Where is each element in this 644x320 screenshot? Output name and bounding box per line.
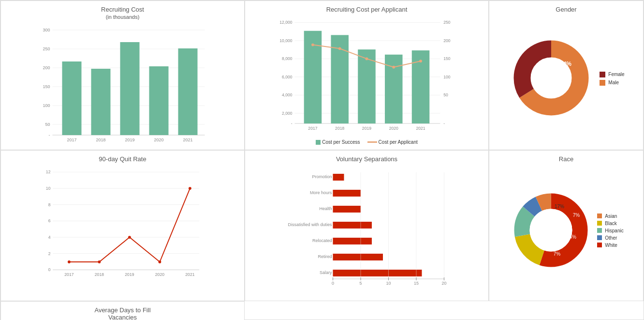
svg-text:150: 150 — [43, 84, 50, 89]
svg-point-50 — [338, 47, 341, 50]
recruiting-cost-title: Recruiting Cost(in thousands) — [6, 6, 239, 20]
svg-text:15: 15 — [414, 281, 419, 286]
svg-rect-91 — [333, 190, 361, 197]
male-dot — [600, 80, 605, 86]
svg-text:2017: 2017 — [67, 137, 76, 142]
svg-rect-101 — [333, 270, 422, 276]
gender-title: Gender — [494, 6, 638, 13]
svg-text:2017: 2017 — [308, 126, 317, 131]
svg-text:10: 10 — [46, 186, 51, 191]
male-label: Male — [608, 80, 619, 85]
svg-rect-89 — [333, 174, 344, 181]
svg-text:7%: 7% — [554, 251, 561, 257]
svg-point-51 — [366, 58, 368, 61]
black-dot — [597, 221, 602, 226]
hispanic-dot — [597, 228, 602, 233]
svg-text:Promotion: Promotion — [312, 174, 332, 179]
svg-text:12: 12 — [46, 169, 51, 174]
legend-hispanic: Hispanic — [597, 228, 623, 233]
voluntary-separations-panel: Voluntary Separations Promotion More hou… — [245, 150, 489, 301]
svg-rect-97 — [333, 238, 372, 244]
svg-text:20: 20 — [441, 281, 446, 286]
legend-dot-success — [316, 140, 321, 145]
svg-text:250: 250 — [443, 20, 451, 25]
svg-text:6: 6 — [48, 218, 51, 223]
gender-panel: Gender 66% 34% Fem — [489, 0, 644, 150]
hispanic-label: Hispanic — [605, 228, 623, 233]
cost-per-applicant-legend: Cost per Success Cost per Applicant — [250, 139, 483, 145]
legend-black: Black — [597, 221, 623, 226]
svg-text:More hours: More hours — [310, 190, 332, 195]
legend-label-applicant: Cost per Applicant — [379, 139, 418, 145]
svg-text:200: 200 — [43, 65, 50, 70]
race-title: Race — [494, 155, 638, 163]
svg-text:2018: 2018 — [95, 272, 104, 277]
svg-text:2019: 2019 — [125, 272, 134, 277]
svg-text:2019: 2019 — [362, 126, 371, 131]
white-dot — [597, 243, 602, 247]
svg-text:100: 100 — [43, 103, 50, 108]
svg-point-81 — [159, 260, 161, 263]
svg-text:6,000: 6,000 — [282, 75, 293, 79]
svg-text:200: 200 — [443, 38, 451, 43]
recruiting-cost-panel: Recruiting Cost(in thousands) 300 250 20… — [0, 0, 245, 150]
race-legend: Asian Black Hispanic Other White — [597, 213, 623, 248]
recruiting-cost-chart: 300 250 200 150 100 50 - — [6, 23, 239, 145]
svg-text:150: 150 — [443, 56, 451, 61]
svg-text:-: - — [291, 121, 293, 126]
svg-text:8: 8 — [48, 202, 51, 207]
cost-per-applicant-title: Recruiting Cost per Applicant — [250, 6, 483, 13]
svg-text:4,000: 4,000 — [282, 92, 293, 97]
svg-point-49 — [311, 44, 314, 46]
svg-point-78 — [68, 260, 71, 263]
svg-text:50: 50 — [443, 92, 448, 97]
svg-text:Relocated: Relocated — [312, 238, 332, 243]
legend-label-success: Cost per Success — [322, 139, 360, 145]
svg-text:12,000: 12,000 — [279, 20, 293, 25]
svg-text:-: - — [49, 133, 50, 137]
svg-text:300: 300 — [43, 28, 50, 32]
quit-rate-title: 90-day Quit Rate — [6, 155, 239, 163]
voluntary-separations-chart: Promotion More hours Health Dissatisfied… — [250, 165, 483, 292]
gender-legend: Female Male — [600, 72, 624, 86]
svg-text:250: 250 — [43, 46, 50, 51]
quit-rate-chart: 12 10 8 6 4 2 0 — [6, 165, 239, 287]
svg-rect-16 — [120, 42, 140, 135]
voluntary-separations-title: Voluntary Separations — [250, 155, 483, 163]
svg-point-80 — [128, 236, 131, 239]
svg-text:2020: 2020 — [389, 126, 398, 131]
svg-text:2020: 2020 — [155, 272, 164, 277]
legend-female: Female — [600, 72, 624, 77]
asian-dot — [597, 213, 602, 218]
svg-text:2: 2 — [48, 251, 51, 256]
svg-text:5: 5 — [359, 281, 362, 286]
cost-per-applicant-chart: 12,000 10,000 8,000 6,000 4,000 2,000 - … — [250, 15, 483, 145]
svg-text:50: 50 — [45, 122, 50, 127]
svg-text:55%: 55% — [530, 230, 541, 236]
female-label: Female — [608, 72, 624, 77]
svg-text:-: - — [443, 121, 445, 126]
svg-point-79 — [98, 260, 101, 263]
svg-text:2018: 2018 — [335, 126, 344, 131]
black-label: Black — [605, 221, 616, 226]
svg-text:2021: 2021 — [416, 126, 425, 131]
svg-text:7%: 7% — [573, 213, 580, 218]
other-label: Other — [605, 235, 617, 241]
quit-rate-panel: 90-day Quit Rate 12 10 8 6 4 2 0 — [0, 150, 245, 301]
svg-text:2020: 2020 — [154, 137, 163, 142]
other-dot — [597, 235, 602, 240]
svg-text:2021: 2021 — [185, 272, 194, 277]
svg-text:10: 10 — [386, 281, 391, 286]
svg-text:8,000: 8,000 — [282, 56, 293, 61]
svg-text:2018: 2018 — [96, 137, 105, 142]
avg-days-title: Average Days to FillVacancies — [6, 306, 239, 320]
svg-text:4: 4 — [48, 235, 51, 240]
svg-text:Salary: Salary — [320, 270, 332, 275]
svg-rect-93 — [333, 206, 361, 213]
svg-text:Dissatisfied with duties: Dissatisfied with duties — [288, 222, 332, 227]
svg-rect-15 — [91, 69, 111, 135]
legend-cost-per-applicant: Cost per Applicant — [367, 139, 418, 145]
svg-text:0: 0 — [48, 267, 51, 272]
svg-text:Retired: Retired — [318, 254, 332, 259]
svg-text:14%: 14% — [567, 234, 576, 240]
